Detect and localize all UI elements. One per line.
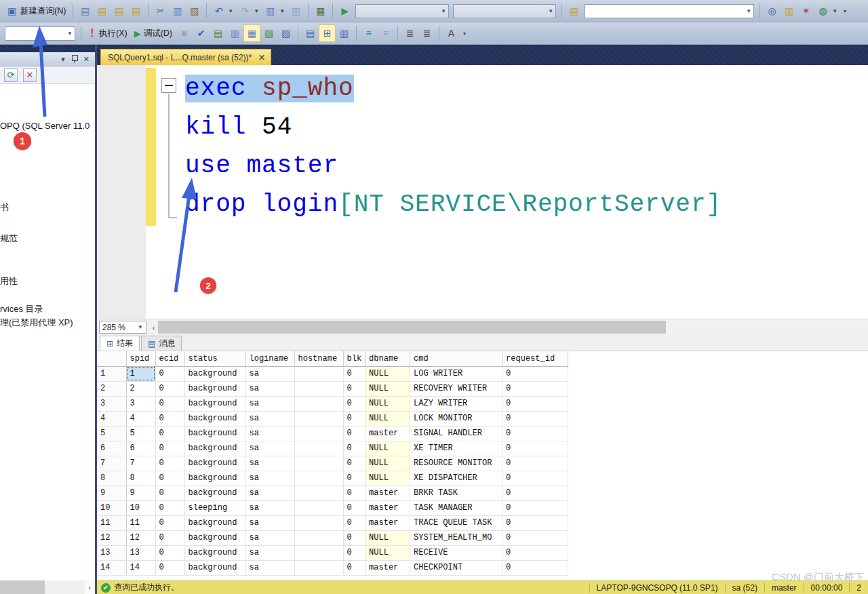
script-change-button[interactable]: ▤ — [210, 24, 226, 42]
intellisense-az-button[interactable]: A — [443, 24, 460, 42]
grid-cell[interactable]: 12 — [126, 530, 155, 545]
grid-cell[interactable]: master — [366, 515, 410, 530]
debug-button[interactable]: ▶ 调试(D) — [131, 24, 176, 42]
properties-window-button[interactable]: ▥ — [781, 2, 797, 20]
grid-cell[interactable]: CHECKPOINT — [410, 560, 502, 575]
grid-cell[interactable] — [294, 560, 343, 575]
grid-cell[interactable]: background — [184, 366, 245, 381]
available-databases-combo[interactable]: ▼ — [5, 26, 75, 41]
grid-cell[interactable]: 13 — [126, 545, 155, 560]
pin-icon[interactable] — [71, 55, 77, 63]
row-number-cell[interactable]: 9 — [97, 486, 126, 500]
increase-indent-button[interactable]: ≣ — [418, 24, 435, 42]
open-xmla-query-button[interactable]: ▤ — [127, 2, 144, 20]
grid-cell[interactable]: 0 — [155, 515, 184, 530]
column-header-cmd[interactable]: cmd — [410, 351, 502, 366]
grid-cell[interactable]: 9 — [126, 486, 155, 500]
grid-cell[interactable]: background — [184, 381, 245, 396]
toolbar1-overflow[interactable]: ▾ — [840, 2, 849, 20]
folder-find-button[interactable]: ▤ — [566, 2, 583, 20]
new-file-button[interactable]: ▤ — [77, 2, 94, 20]
grid-cell[interactable]: SYSTEM_HEALTH_MO — [410, 530, 502, 545]
grid-cell[interactable]: 0 — [343, 441, 366, 456]
column-header-dbname[interactable]: dbname — [366, 351, 410, 366]
column-header-hostname[interactable]: hostname — [294, 351, 343, 366]
grid-cell[interactable]: NULL — [366, 366, 410, 381]
grid-cell[interactable]: 0 — [155, 411, 184, 426]
grid-cell[interactable]: 0 — [155, 456, 184, 471]
grid-cell[interactable]: sa — [245, 381, 294, 396]
grid-cell[interactable]: NULL — [366, 530, 410, 545]
editor-horizontal-scrollbar[interactable]: 285 %▼ ‹ — [97, 319, 868, 334]
grid-cell[interactable]: 0 — [155, 441, 184, 456]
grid-cell[interactable]: sleeping — [184, 500, 245, 515]
paste-button[interactable]: ▧ — [186, 2, 203, 20]
row-number-cell[interactable]: 3 — [97, 396, 126, 411]
grid-cell[interactable]: 0 — [155, 560, 184, 575]
grid-cell[interactable]: sa — [245, 456, 294, 471]
column-header-status[interactable]: status — [184, 351, 245, 366]
grid-cell[interactable]: 0 — [343, 500, 366, 515]
grid-cell[interactable]: RECOVERY WRITER — [410, 381, 502, 396]
tools-button[interactable]: ✶ — [797, 2, 814, 20]
undo-button[interactable]: ↶▼ — [210, 2, 236, 20]
tree-item-server[interactable]: OPQ (SQL Server 11.0 — [0, 121, 90, 131]
grid-cell[interactable]: master — [366, 560, 410, 575]
toolbar2-overflow[interactable]: ▾ — [460, 24, 469, 42]
grid-cell[interactable]: 0 — [502, 456, 568, 471]
grid-cell[interactable]: 4 — [126, 411, 155, 426]
uncomment-lines-button[interactable]: ≡ — [377, 24, 394, 42]
toolbar-combo-2[interactable]: ▼ — [453, 4, 556, 18]
grid-cell[interactable]: 11 — [126, 515, 155, 530]
grid-cell[interactable]: 3 — [126, 396, 155, 411]
activity-monitor-button[interactable]: ▦ — [312, 2, 329, 20]
grid-cell[interactable]: NULL — [366, 441, 410, 456]
grid-cell[interactable]: sa — [245, 411, 294, 426]
search-combo[interactable]: ▼ — [585, 4, 754, 18]
grid-cell[interactable]: sa — [245, 426, 294, 441]
grid-cell[interactable]: 0 — [155, 500, 184, 515]
column-header-blk[interactable]: blk — [343, 351, 366, 366]
row-number-cell[interactable]: 13 — [97, 545, 126, 560]
grid-cell[interactable]: NULL — [366, 545, 410, 560]
grid-cell[interactable]: sa — [245, 366, 294, 381]
grid-cell[interactable]: 0 — [155, 426, 184, 441]
grid-cell[interactable]: 0 — [155, 486, 184, 500]
grid-cell[interactable]: SIGNAL HANDLER — [410, 426, 502, 441]
grid-cell[interactable]: background — [184, 411, 245, 426]
grid-cell[interactable]: sa — [245, 486, 294, 500]
editor-zoom-combo[interactable]: 285 %▼ — [99, 321, 146, 334]
row-number-header[interactable] — [97, 351, 126, 366]
row-number-cell[interactable]: 2 — [97, 381, 126, 396]
results-to-text-button[interactable]: ▤ — [302, 24, 319, 42]
grid-cell[interactable]: LOCK MONITOR — [410, 411, 502, 426]
grid-cell[interactable]: 0 — [343, 426, 366, 441]
grid-cell[interactable]: 0 — [343, 366, 366, 381]
grid-cell[interactable]: sa — [245, 500, 294, 515]
cut-button[interactable]: ✂ — [152, 2, 169, 20]
grid-cell[interactable] — [294, 456, 343, 471]
grid-cell[interactable]: background — [184, 486, 245, 500]
column-header-spid[interactable]: spid — [126, 351, 155, 366]
parse-check-button[interactable]: ✔ — [193, 24, 210, 42]
grid-cell[interactable]: 6 — [126, 441, 155, 456]
results-to-grid-button[interactable]: ⊞ — [319, 24, 336, 42]
grid-cell[interactable]: 0 — [343, 486, 366, 500]
query-options-button[interactable]: ▥ — [226, 24, 243, 42]
row-number-cell[interactable]: 14 — [97, 560, 126, 575]
grid-cell[interactable]: 0 — [155, 530, 184, 545]
redo-button[interactable]: ↷▼ — [236, 2, 262, 20]
grid-cell[interactable] — [294, 471, 343, 486]
grid-cell[interactable]: NULL — [366, 396, 410, 411]
grid-cell[interactable]: background — [184, 456, 245, 471]
sidebar-horizontal-scrollbar[interactable]: › — [0, 580, 95, 594]
grid-cell[interactable]: 0 — [502, 441, 568, 456]
grid-cell[interactable]: 0 — [343, 411, 366, 426]
grid-cell[interactable]: 7 — [126, 456, 155, 471]
web-browser-button[interactable]: ◍▼ — [814, 2, 840, 20]
grid-cell[interactable]: NULL — [366, 471, 410, 486]
row-number-cell[interactable]: 4 — [97, 411, 126, 426]
grid-cell[interactable] — [294, 381, 343, 396]
grid-cell[interactable]: 8 — [126, 471, 155, 486]
row-number-cell[interactable]: 6 — [97, 441, 126, 456]
